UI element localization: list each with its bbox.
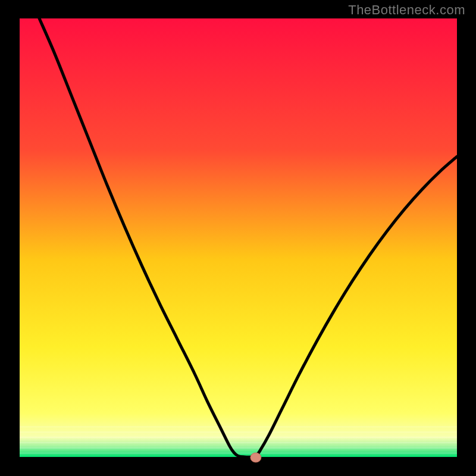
svg-rect-6 (20, 453, 457, 454)
chart-svg (0, 0, 476, 476)
svg-rect-5 (20, 447, 457, 449)
svg-rect-0 (20, 18, 457, 457)
svg-rect-2 (20, 431, 457, 433)
svg-rect-1 (20, 426, 457, 427)
svg-rect-3 (20, 437, 457, 438)
watermark-text: TheBottleneck.com (348, 2, 465, 18)
svg-rect-4 (20, 442, 457, 443)
optimal-point-marker (250, 453, 261, 462)
chart-stage: TheBottleneck.com (0, 0, 476, 476)
